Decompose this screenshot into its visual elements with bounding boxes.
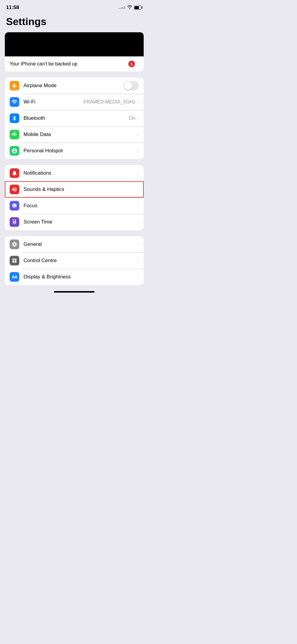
wifi-icon: [10, 97, 19, 107]
mobile-data-row[interactable]: Mobile Data ›: [5, 126, 144, 143]
bluetooth-row[interactable]: Bluetooth On ›: [5, 110, 144, 126]
battery-icon: [134, 6, 142, 10]
focus-label: Focus: [23, 203, 137, 209]
display-brightness-icon: AA: [10, 272, 19, 282]
account-warning-right: 1 ›: [128, 61, 139, 67]
focus-row[interactable]: Focus ›: [5, 198, 144, 214]
mobile-data-chevron-icon: ›: [137, 132, 139, 137]
control-centre-icon: [10, 256, 19, 265]
display-brightness-row[interactable]: AA Display & Brightness ›: [5, 269, 144, 285]
signal-icon: [119, 6, 125, 9]
personal-hotspot-icon: [10, 146, 19, 156]
bluetooth-icon: [10, 113, 19, 123]
home-indicator: [54, 291, 95, 293]
bluetooth-chevron-icon: ›: [137, 116, 139, 121]
personal-hotspot-label: Personal Hotspot: [23, 148, 137, 154]
notifications-section: Notifications › Sounds & Haptics › Focus…: [5, 165, 144, 230]
display-brightness-label: Display & Brightness: [23, 274, 137, 280]
wifi-value: FRAMED MEDIA_5GHz: [83, 99, 135, 105]
wifi-row[interactable]: Wi-Fi FRAMED MEDIA_5GHz ›: [5, 94, 144, 110]
status-icons: [119, 5, 142, 10]
general-row[interactable]: General ›: [5, 236, 144, 252]
sounds-haptics-icon: [10, 185, 19, 194]
account-warning-text: Your iPhone can't be backed up: [10, 61, 77, 67]
account-section: Your iPhone can't be backed up 1 ›: [5, 32, 144, 71]
control-centre-chevron-icon: ›: [137, 258, 139, 263]
warning-badge: 1: [128, 61, 135, 67]
screen-time-label: Screen Time: [23, 219, 137, 225]
general-label: General: [23, 241, 137, 247]
network-section: Airplane Mode Wi-Fi FRAMED MEDIA_5GHz › …: [5, 78, 144, 159]
focus-icon: [10, 201, 19, 211]
screen-time-icon: [10, 217, 19, 227]
mobile-data-icon: [10, 130, 19, 139]
wifi-chevron-icon: ›: [137, 99, 139, 105]
sounds-haptics-chevron-icon: ›: [137, 187, 139, 192]
control-centre-row[interactable]: Control Centre ›: [5, 252, 144, 269]
general-chevron-icon: ›: [137, 242, 139, 247]
notifications-label: Notifications: [23, 170, 137, 176]
status-bar: 11:58: [0, 0, 148, 13]
account-warning-row[interactable]: Your iPhone can't be backed up 1 ›: [5, 56, 144, 71]
sounds-haptics-row[interactable]: Sounds & Haptics ›: [5, 181, 144, 198]
general-section: General › Control Centre › AA Display & …: [5, 236, 144, 285]
airplane-mode-row[interactable]: Airplane Mode: [5, 78, 144, 94]
screen-time-row[interactable]: Screen Time ›: [5, 214, 144, 230]
bluetooth-label: Bluetooth: [23, 115, 129, 121]
display-brightness-chevron-icon: ›: [137, 274, 139, 280]
general-icon: [10, 240, 19, 249]
personal-hotspot-chevron-icon: ›: [137, 148, 139, 154]
account-avatar-block: [5, 32, 144, 56]
svg-rect-0: [12, 259, 14, 260]
svg-rect-3: [15, 261, 17, 263]
wifi-status-icon: [127, 5, 132, 10]
sounds-haptics-label: Sounds & Haptics: [23, 186, 137, 192]
page-title: Settings: [0, 13, 148, 32]
svg-rect-1: [15, 259, 17, 260]
airplane-mode-toggle[interactable]: [123, 81, 139, 90]
notifications-chevron-icon: ›: [137, 170, 139, 176]
mobile-data-label: Mobile Data: [23, 132, 137, 138]
notifications-icon: [10, 168, 19, 178]
bluetooth-value: On: [129, 116, 135, 121]
status-time: 11:58: [6, 5, 19, 11]
wifi-label: Wi-Fi: [23, 99, 83, 105]
screen-time-chevron-icon: ›: [137, 219, 139, 225]
account-chevron-icon: ›: [137, 61, 139, 67]
airplane-mode-label: Airplane Mode: [23, 83, 123, 89]
focus-chevron-icon: ›: [137, 203, 139, 208]
notifications-row[interactable]: Notifications ›: [5, 165, 144, 181]
personal-hotspot-row[interactable]: Personal Hotspot ›: [5, 143, 144, 159]
airplane-mode-icon: [10, 81, 19, 90]
control-centre-label: Control Centre: [23, 258, 137, 264]
svg-rect-2: [12, 261, 14, 263]
